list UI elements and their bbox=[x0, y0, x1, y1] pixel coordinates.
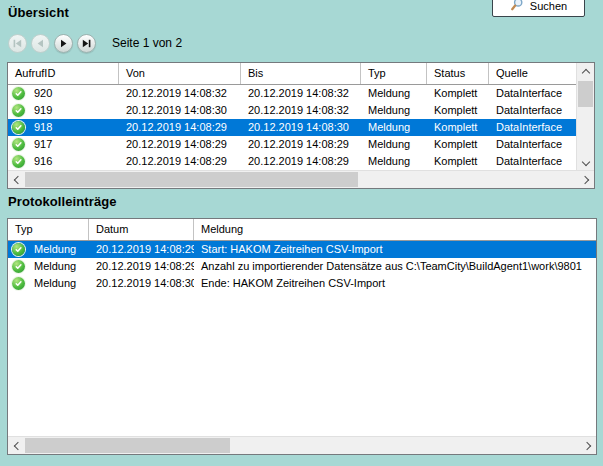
protocol-title: Protokolleinträge bbox=[8, 194, 117, 209]
cell-status: Komplett bbox=[427, 119, 489, 136]
scroll-up-button[interactable] bbox=[577, 63, 594, 80]
table-row[interactable]: 91620.12.2019 14:08:2920.12.2019 14:08:2… bbox=[8, 153, 577, 170]
next-page-button[interactable] bbox=[54, 34, 73, 53]
success-check-icon bbox=[12, 277, 25, 290]
cell-quelle: DataInterface bbox=[489, 102, 577, 119]
cell-typ: Meldung bbox=[8, 258, 89, 275]
success-check-icon bbox=[12, 243, 25, 256]
cell-typ: Meldung bbox=[361, 153, 427, 170]
cell-bis: 20.12.2019 14:08:32 bbox=[241, 102, 361, 119]
search-button-label: Suchen bbox=[530, 0, 567, 13]
overview-table: AufrufIDVonBisTypStatusQuelle 92020.12.2… bbox=[7, 62, 595, 189]
cell-quelle: DataInterface bbox=[489, 85, 577, 102]
protocol-table-header: TypDatumMeldung bbox=[8, 219, 596, 241]
column-header-typ[interactable]: Typ bbox=[8, 219, 89, 240]
scroll-right-button[interactable] bbox=[579, 437, 596, 454]
overview-horizontal-scrollbar[interactable] bbox=[8, 170, 594, 188]
column-header-status[interactable]: Status bbox=[427, 63, 489, 84]
cell-text: Meldung bbox=[34, 258, 76, 275]
cell-typ: Meldung bbox=[361, 136, 427, 153]
scroll-down-button[interactable] bbox=[577, 154, 594, 171]
cell-text: Meldung bbox=[34, 275, 76, 292]
cell-meldung: Start: HAKOM Zeitreihen CSV-Import bbox=[194, 241, 596, 258]
cell-typ: Meldung bbox=[361, 119, 427, 136]
protocol-horizontal-scrollbar[interactable] bbox=[8, 436, 596, 454]
column-header-datum[interactable]: Datum bbox=[89, 219, 194, 240]
cell-typ: Meldung bbox=[8, 275, 89, 292]
vertical-scroll-thumb[interactable] bbox=[578, 81, 593, 107]
first-page-icon bbox=[12, 38, 23, 49]
cell-von: 20.12.2019 14:08:29 bbox=[119, 153, 241, 170]
success-check-icon bbox=[12, 260, 25, 273]
table-row[interactable]: 91720.12.2019 14:08:2920.12.2019 14:08:2… bbox=[8, 136, 577, 153]
cell-quelle: DataInterface bbox=[489, 153, 577, 170]
last-page-icon bbox=[81, 38, 92, 49]
chevron-left-icon bbox=[13, 175, 21, 183]
protocol-table-content: TypDatumMeldung Meldung20.12.2019 14:08:… bbox=[8, 219, 596, 437]
cell-meldung: Ende: HAKOM Zeitreihen CSV-Import bbox=[194, 275, 596, 292]
cell-status: Komplett bbox=[427, 153, 489, 170]
column-header-bis[interactable]: Bis bbox=[241, 63, 361, 84]
overview-vertical-scrollbar[interactable] bbox=[576, 63, 594, 171]
overview-table-header: AufrufIDVonBisTypStatusQuelle bbox=[8, 63, 577, 85]
overview-table-rows: 92020.12.2019 14:08:3220.12.2019 14:08:3… bbox=[8, 85, 577, 170]
success-check-icon bbox=[12, 104, 25, 117]
chevron-up-icon bbox=[581, 68, 589, 76]
next-page-icon bbox=[58, 38, 69, 49]
scroll-left-button[interactable] bbox=[8, 171, 25, 188]
cell-typ: Meldung bbox=[361, 102, 427, 119]
table-row[interactable]: Meldung20.12.2019 14:08:30Ende: HAKOM Ze… bbox=[8, 275, 596, 292]
cell-quelle: DataInterface bbox=[489, 119, 577, 136]
pagination: Seite 1 von 2 bbox=[8, 33, 182, 53]
chevron-left-icon bbox=[13, 441, 21, 449]
table-row[interactable]: Meldung20.12.2019 14:08:29Anzahl zu impo… bbox=[8, 258, 596, 275]
cell-quelle: DataInterface bbox=[489, 136, 577, 153]
cell-bis: 20.12.2019 14:08:32 bbox=[241, 85, 361, 102]
success-check-icon bbox=[12, 138, 25, 151]
success-check-icon bbox=[12, 155, 25, 168]
cell-status: Komplett bbox=[427, 102, 489, 119]
table-row[interactable]: 91920.12.2019 14:08:3020.12.2019 14:08:3… bbox=[8, 102, 577, 119]
cell-typ: Meldung bbox=[8, 241, 89, 258]
cell-status: Komplett bbox=[427, 136, 489, 153]
previous-page-icon bbox=[35, 38, 46, 49]
cell-von: 20.12.2019 14:08:30 bbox=[119, 102, 241, 119]
cell-id: 917 bbox=[8, 136, 119, 153]
protocol-table-rows: Meldung20.12.2019 14:08:29Start: HAKOM Z… bbox=[8, 241, 596, 292]
cell-id: 919 bbox=[8, 102, 119, 119]
horizontal-scroll-thumb[interactable] bbox=[25, 172, 358, 187]
cell-id: 920 bbox=[8, 85, 119, 102]
column-header-typ[interactable]: Typ bbox=[361, 63, 427, 84]
cell-datum: 20.12.2019 14:08:29 bbox=[89, 241, 194, 258]
cell-id: 918 bbox=[8, 119, 119, 136]
chevron-down-icon bbox=[581, 157, 589, 165]
cell-datum: 20.12.2019 14:08:29 bbox=[89, 258, 194, 275]
cell-text: 918 bbox=[34, 119, 52, 136]
cell-text: Meldung bbox=[34, 241, 76, 258]
cell-text: 919 bbox=[34, 102, 52, 119]
column-header-aufrufid[interactable]: AufrufID bbox=[8, 63, 119, 84]
success-check-icon bbox=[12, 121, 25, 134]
previous-page-button[interactable] bbox=[31, 34, 50, 53]
cell-datum: 20.12.2019 14:08:30 bbox=[89, 275, 194, 292]
column-header-von[interactable]: Von bbox=[119, 63, 241, 84]
column-header-meldung[interactable]: Meldung bbox=[194, 219, 596, 240]
scroll-left-button[interactable] bbox=[8, 437, 25, 454]
scroll-right-button[interactable] bbox=[577, 171, 594, 188]
cell-meldung: Anzahl zu importierender Datensätze aus … bbox=[194, 258, 596, 275]
first-page-button[interactable] bbox=[8, 34, 27, 53]
search-button[interactable]: Suchen bbox=[492, 0, 585, 17]
table-row[interactable]: 91820.12.2019 14:08:2920.12.2019 14:08:3… bbox=[8, 119, 577, 136]
last-page-button[interactable] bbox=[77, 34, 96, 53]
cell-typ: Meldung bbox=[361, 85, 427, 102]
cell-von: 20.12.2019 14:08:29 bbox=[119, 136, 241, 153]
cell-id: 916 bbox=[8, 153, 119, 170]
cell-status: Komplett bbox=[427, 85, 489, 102]
cell-bis: 20.12.2019 14:08:30 bbox=[241, 119, 361, 136]
horizontal-scroll-thumb[interactable] bbox=[25, 438, 230, 453]
table-row[interactable]: 92020.12.2019 14:08:3220.12.2019 14:08:3… bbox=[8, 85, 577, 102]
chevron-right-icon bbox=[580, 175, 588, 183]
column-header-quelle[interactable]: Quelle bbox=[489, 63, 577, 84]
page-indicator: Seite 1 von 2 bbox=[112, 36, 182, 50]
table-row[interactable]: Meldung20.12.2019 14:08:29Start: HAKOM Z… bbox=[8, 241, 596, 258]
